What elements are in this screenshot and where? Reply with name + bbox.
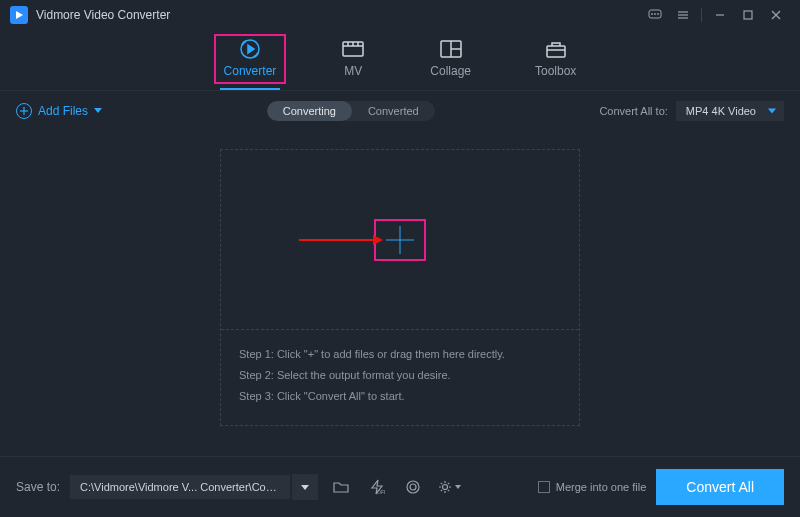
svg-point-2	[652, 14, 653, 15]
app-title: Vidmore Video Converter	[36, 8, 641, 22]
dropzone-target[interactable]	[221, 150, 579, 330]
save-path-dropdown[interactable]	[292, 474, 318, 500]
svg-point-3	[655, 14, 656, 15]
tab-collage[interactable]: Collage	[426, 38, 475, 90]
titlebar: Vidmore Video Converter	[0, 0, 800, 30]
status-tabs: Converting Converted	[267, 101, 435, 121]
plus-circle-icon	[16, 103, 32, 119]
add-files-button[interactable]: Add Files	[16, 103, 102, 119]
output-format-select[interactable]: MP4 4K Video	[676, 101, 784, 121]
instructions: Step 1: Click "+" to add files or drag t…	[221, 330, 579, 425]
plus-icon	[386, 226, 414, 254]
tab-converter[interactable]: Converter	[220, 38, 281, 90]
app-logo	[10, 6, 28, 24]
svg-point-30	[410, 484, 416, 490]
convert-all-button[interactable]: Convert All	[656, 469, 784, 505]
instruction-step: Step 1: Click "+" to add files or drag t…	[239, 344, 561, 365]
tab-label: MV	[344, 64, 362, 78]
settings-icon[interactable]	[436, 474, 462, 500]
add-files-label: Add Files	[38, 104, 88, 118]
divider	[701, 8, 702, 22]
annotation-arrow	[299, 235, 383, 245]
collage-icon	[438, 38, 464, 60]
merge-checkbox[interactable]: Merge into one file	[538, 481, 647, 493]
converter-icon	[237, 38, 263, 60]
svg-marker-0	[16, 11, 23, 19]
convert-all-to-label: Convert All to:	[599, 105, 667, 117]
tab-label: Converter	[224, 64, 277, 78]
svg-point-4	[658, 14, 659, 15]
tab-toolbox[interactable]: Toolbox	[531, 38, 580, 90]
tab-label: Collage	[430, 64, 471, 78]
save-to-label: Save to:	[16, 480, 60, 494]
tab-mv[interactable]: MV	[336, 38, 370, 90]
convert-all-to: Convert All to: MP4 4K Video	[599, 101, 784, 121]
minimize-button[interactable]	[706, 5, 734, 25]
svg-marker-26	[94, 108, 102, 113]
tab-label: Toolbox	[535, 64, 576, 78]
merge-label: Merge into one file	[556, 481, 647, 493]
dropzone: Step 1: Click "+" to add files or drag t…	[220, 149, 580, 426]
svg-text:OFF: OFF	[377, 489, 385, 495]
footer: Save to: C:\Vidmore\Vidmore V... Convert…	[0, 456, 800, 517]
tab-converted[interactable]: Converted	[352, 101, 435, 121]
tab-converting[interactable]: Converting	[267, 101, 352, 121]
save-path-field[interactable]: C:\Vidmore\Vidmore V... Converter\Conver…	[70, 475, 290, 499]
hardware-accel-icon[interactable]: OFF	[364, 474, 390, 500]
svg-rect-22	[547, 46, 565, 57]
maximize-button[interactable]	[734, 5, 762, 25]
instruction-step: Step 2: Select the output format you des…	[239, 365, 561, 386]
sub-toolbar: Add Files Converting Converted Convert A…	[0, 91, 800, 131]
main-area: Step 1: Click "+" to add files or drag t…	[0, 131, 800, 426]
chevron-down-icon	[94, 108, 102, 114]
svg-point-31	[443, 485, 448, 490]
svg-marker-32	[455, 485, 461, 489]
svg-marker-13	[248, 45, 254, 53]
toolbox-icon	[543, 38, 569, 60]
close-button[interactable]	[762, 5, 790, 25]
feedback-icon[interactable]	[641, 5, 669, 25]
task-schedule-icon[interactable]	[400, 474, 426, 500]
svg-point-29	[407, 481, 419, 493]
open-folder-icon[interactable]	[328, 474, 354, 500]
svg-rect-9	[744, 11, 752, 19]
mv-icon	[340, 38, 366, 60]
checkbox-icon	[538, 481, 550, 493]
main-tabs: Converter MV Collage Toolbox	[0, 30, 800, 91]
instruction-step: Step 3: Click "Convert All" to start.	[239, 386, 561, 407]
menu-icon[interactable]	[669, 5, 697, 25]
